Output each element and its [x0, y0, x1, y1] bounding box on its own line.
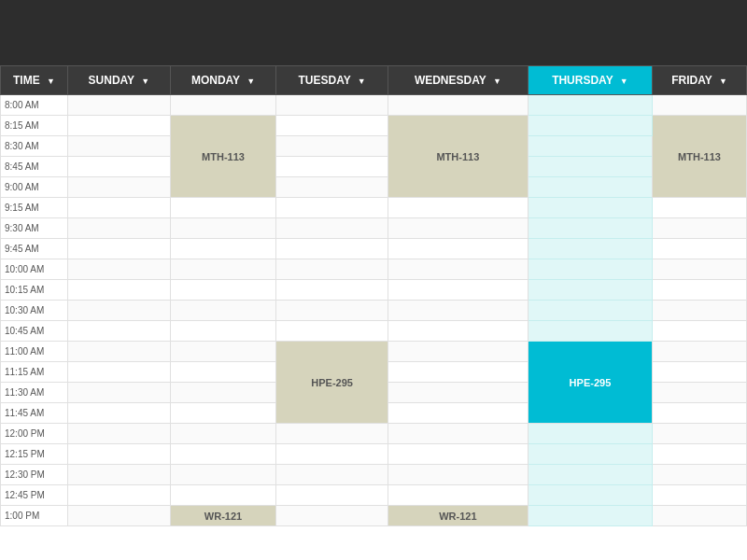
empty-cell [388, 362, 528, 383]
schedule-row: 10:00 AM [1, 259, 747, 280]
dropdown-icon[interactable]: ▼ [141, 77, 149, 86]
empty-cell [276, 506, 388, 526]
class-cell: MTH-113 [170, 116, 276, 198]
empty-cell [653, 198, 747, 218]
time-cell: 11:45 AM [1, 403, 68, 424]
thursday-empty-cell [528, 239, 652, 259]
time-cell: 10:45 AM [1, 321, 68, 342]
schedule-container: TIME ▼SUNDAY ▼MONDAY ▼TUESDAY ▼WEDNESDAY… [0, 65, 747, 560]
time-cell: 8:00 AM [1, 95, 68, 116]
schedule-row: 8:00 AM [1, 95, 747, 116]
empty-cell [170, 95, 276, 116]
empty-cell [68, 198, 171, 218]
thursday-empty-cell [528, 321, 652, 342]
empty-cell [388, 239, 528, 259]
empty-cell [653, 465, 747, 485]
col-header-monday[interactable]: MONDAY ▼ [170, 66, 276, 95]
schedule-row: 12:15 PM [1, 444, 747, 465]
dropdown-icon[interactable]: ▼ [47, 77, 55, 86]
time-cell: 11:15 AM [1, 362, 68, 383]
empty-cell [276, 444, 388, 465]
empty-cell [68, 321, 171, 342]
col-header-tuesday[interactable]: TUESDAY ▼ [276, 66, 388, 95]
empty-cell [68, 403, 171, 424]
col-header-friday[interactable]: FRIDAY ▼ [653, 66, 747, 95]
empty-cell [653, 424, 747, 444]
schedule-body: 8:00 AM8:15 AMMTH-113MTH-113MTH-1138:30 … [1, 95, 747, 526]
empty-cell [388, 485, 528, 506]
thursday-empty-cell [528, 95, 652, 116]
dropdown-icon[interactable]: ▼ [620, 77, 628, 86]
thursday-empty-cell [528, 444, 652, 465]
time-cell: 12:00 PM [1, 424, 68, 444]
dropdown-icon[interactable]: ▼ [719, 77, 727, 86]
empty-cell [653, 362, 747, 383]
empty-cell [170, 424, 276, 444]
empty-cell [68, 218, 171, 239]
empty-cell [170, 403, 276, 424]
time-cell: 12:30 PM [1, 465, 68, 485]
time-cell: 1:00 PM [1, 506, 68, 526]
thursday-empty-cell [528, 485, 652, 506]
class-cell: WR-121 [388, 506, 528, 526]
schedule-row: 10:30 AM [1, 301, 747, 321]
empty-cell [653, 444, 747, 465]
empty-cell [68, 239, 171, 259]
empty-cell [388, 465, 528, 485]
thursday-empty-cell [528, 218, 652, 239]
schedule-row: 8:30 AM [1, 136, 747, 157]
time-cell: 8:45 AM [1, 157, 68, 177]
col-header-sunday[interactable]: SUNDAY ▼ [68, 66, 171, 95]
empty-cell [68, 444, 171, 465]
empty-cell [170, 321, 276, 342]
thursday-empty-cell [528, 424, 652, 444]
empty-cell [68, 95, 171, 116]
empty-cell [68, 157, 171, 177]
empty-cell [170, 301, 276, 321]
thursday-empty-cell [528, 465, 652, 485]
time-cell: 8:15 AM [1, 116, 68, 136]
empty-cell [388, 424, 528, 444]
col-header-wednesday[interactable]: WEDNESDAY ▼ [388, 66, 528, 95]
dropdown-icon[interactable]: ▼ [247, 77, 255, 86]
thursday-empty-cell [528, 506, 652, 526]
schedule-row: 9:30 AM [1, 218, 747, 239]
schedule-row: 9:45 AM [1, 239, 747, 259]
empty-cell [388, 383, 528, 403]
dropdown-icon[interactable]: ▼ [493, 77, 501, 86]
empty-cell [170, 239, 276, 259]
empty-cell [653, 403, 747, 424]
empty-cell [388, 342, 528, 362]
schedule-row: 9:15 AM [1, 198, 747, 218]
empty-cell [276, 198, 388, 218]
empty-cell [653, 506, 747, 526]
empty-cell [388, 259, 528, 280]
empty-cell [276, 321, 388, 342]
thursday-empty-cell [528, 198, 652, 218]
empty-cell [68, 424, 171, 444]
empty-cell [170, 362, 276, 383]
empty-cell [653, 218, 747, 239]
empty-cell [276, 239, 388, 259]
empty-cell [170, 342, 276, 362]
col-header-thursday[interactable]: THURSDAY ▼ [528, 66, 652, 95]
empty-cell [653, 342, 747, 362]
empty-cell [388, 301, 528, 321]
empty-cell [276, 116, 388, 136]
empty-cell [653, 95, 747, 116]
time-cell: 12:45 PM [1, 485, 68, 506]
empty-cell [276, 218, 388, 239]
time-cell: 8:30 AM [1, 136, 68, 157]
empty-cell [170, 485, 276, 506]
empty-cell [68, 485, 171, 506]
empty-cell [653, 259, 747, 280]
empty-cell [276, 301, 388, 321]
time-cell: 12:15 PM [1, 444, 68, 465]
thursday-empty-cell [528, 116, 652, 136]
header [0, 0, 747, 65]
empty-cell [276, 485, 388, 506]
time-cell: 9:30 AM [1, 218, 68, 239]
dropdown-icon[interactable]: ▼ [358, 77, 366, 86]
empty-cell [68, 301, 171, 321]
col-header-time[interactable]: TIME ▼ [1, 66, 68, 95]
